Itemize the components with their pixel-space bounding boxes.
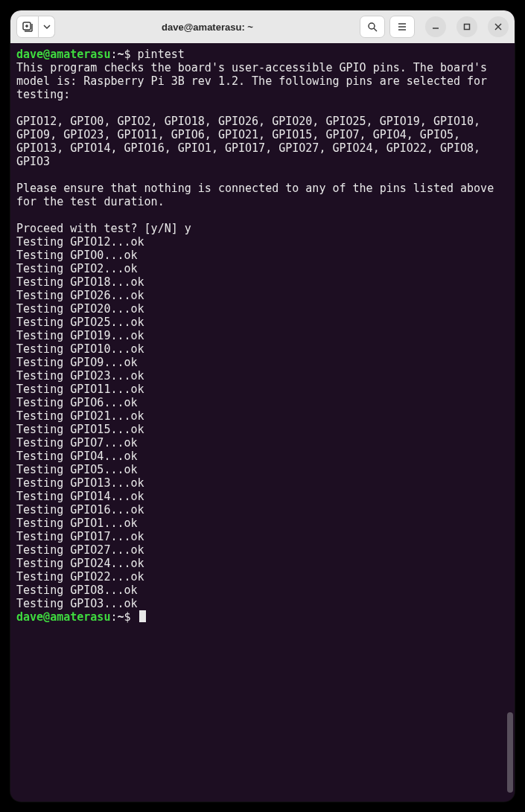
prompt-symbol: $ <box>124 48 131 61</box>
close-button[interactable] <box>488 16 509 37</box>
output-proceed: Proceed with test? [y/N] y <box>16 222 191 235</box>
search-button[interactable] <box>360 16 385 38</box>
minimize-button[interactable] <box>425 16 446 37</box>
minimize-icon <box>431 22 440 31</box>
chevron-down-icon <box>43 23 51 31</box>
hamburger-icon <box>397 22 407 32</box>
titlebar-right <box>360 16 509 38</box>
prompt-path: ~ <box>117 610 124 624</box>
command-text: pintest <box>138 48 185 61</box>
output-warning: Please ensure that nothing is connected … <box>16 182 500 208</box>
scrollbar[interactable] <box>507 712 513 793</box>
svg-rect-11 <box>465 25 470 30</box>
new-tab-group <box>16 16 55 38</box>
new-tab-button[interactable] <box>16 16 39 38</box>
close-icon <box>494 22 503 31</box>
output-tests: Testing GPIO12...ok Testing GPIO0...ok T… <box>16 235 144 610</box>
titlebar: dave@amaterasu: ~ <box>10 10 515 43</box>
prompt-user-host: dave@amaterasu <box>16 48 110 61</box>
new-tab-dropdown[interactable] <box>39 16 55 38</box>
prompt-path: ~ <box>117 48 124 61</box>
search-icon <box>367 22 378 32</box>
titlebar-left <box>16 16 55 38</box>
maximize-icon <box>462 22 471 31</box>
svg-point-5 <box>369 23 375 29</box>
terminal-body[interactable]: dave@amaterasu:~$ pintest This program c… <box>10 43 515 802</box>
hamburger-menu-button[interactable] <box>389 16 415 38</box>
new-tab-icon <box>22 21 34 33</box>
prompt-symbol: $ <box>124 610 131 624</box>
terminal-window: dave@amaterasu: ~ <box>10 10 515 802</box>
output-intro: This program checks the board's user-acc… <box>16 61 494 101</box>
cursor <box>139 610 146 622</box>
output-pin-list: GPIO12, GPIO0, GPIO2, GPIO18, GPIO26, GP… <box>16 115 487 168</box>
window-title: dave@amaterasu: ~ <box>58 22 357 33</box>
svg-line-6 <box>374 28 377 31</box>
prompt-user-host: dave@amaterasu <box>16 610 110 624</box>
maximize-button[interactable] <box>456 16 477 37</box>
